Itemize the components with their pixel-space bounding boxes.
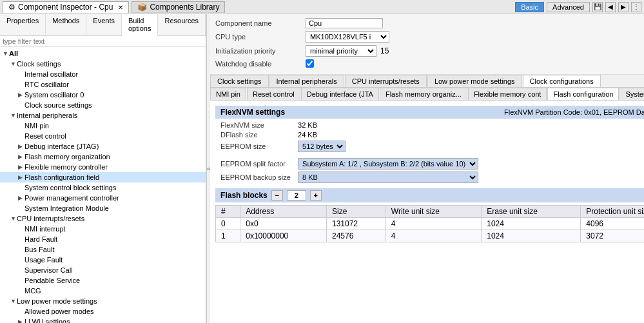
tree-item[interactable]: Usage Fault [0, 255, 206, 265]
tree-item[interactable]: ▶System oscillator 0 [0, 90, 206, 100]
tree-item[interactable]: Pendable Service [0, 275, 206, 286]
main-tab-internal-peripherals[interactable]: Internal peripherals [269, 75, 344, 87]
tree-item[interactable]: ▶Power management controller [0, 193, 206, 203]
advanced-button[interactable]: Advanced [547, 2, 590, 12]
tab-build-options[interactable]: Build options [122, 14, 158, 36]
table-cell: 4096 [581, 218, 644, 230]
tree-item[interactable]: ▶Flexible memory controller [0, 162, 206, 172]
table-cell: 24576 [326, 230, 385, 242]
sub-tab-system-control[interactable]: System control block [620, 88, 644, 100]
table-cell: 1024 [482, 230, 581, 242]
tab-component-inspector[interactable]: ⚙ Component Inspector - Cpu ✕ [3, 1, 129, 13]
dflash-size-row: DFlash size 24 KB [215, 131, 644, 139]
eeprom-size-label: EEPROM size [220, 142, 298, 150]
eeprom-size-row: EEPROM size 512 bytes [215, 141, 644, 152]
tree-item-label: Allowed power modes [24, 308, 94, 315]
eeprom-size-select[interactable]: 512 bytes [298, 141, 346, 152]
eeprom-backup-select[interactable]: 8 KB [298, 171, 478, 183]
tree-item[interactable]: Clock source settings [0, 100, 206, 110]
sub-tab-flexible-memory[interactable]: Flexible memory cont [468, 88, 547, 100]
component-name-input[interactable] [306, 18, 383, 28]
nav-forward-icon[interactable]: ▶ [618, 2, 629, 12]
table-row[interactable]: 00x0131072410244096 [216, 218, 644, 230]
eeprom-backup-label: EEPROM backup size [220, 173, 298, 181]
tree-item[interactable]: ▼CPU interrupts/resets [0, 213, 206, 224]
flash-remove-button[interactable]: − [271, 190, 283, 201]
tree-item[interactable]: RTC oscillator [0, 79, 206, 90]
tree-item[interactable]: ▼All [0, 48, 206, 59]
main-tab-low-power[interactable]: Low power mode settings [427, 75, 522, 87]
main-tab-cpu-interrupts[interactable]: CPU interrupts/resets [345, 75, 427, 87]
tree-item-label: Debug interface (JTAG) [24, 142, 99, 150]
sub-tab-debug-interface[interactable]: Debug interface (JTA [301, 88, 379, 100]
tree-item[interactable]: Bus Fault [0, 244, 206, 255]
tree-item[interactable]: ▼Low power mode settings [0, 296, 206, 306]
tree-item-label: Flash configuration field [24, 173, 99, 181]
eeprom-split-select[interactable]: Subsystem A: 1/2 , Subsystem B: 2/2 (bit… [298, 158, 478, 170]
component-name-label: Component name [215, 19, 306, 27]
component-icon: ⚙ [8, 3, 15, 12]
tree-item[interactable]: System Integration Module [0, 203, 206, 213]
tree-item[interactable]: MCG [0, 286, 206, 296]
tab-components-library[interactable]: 📦 Components Library [132, 1, 225, 13]
save-icon[interactable]: 💾 [592, 2, 603, 12]
tree-item[interactable]: System control block settings [0, 182, 206, 193]
table-cell: 3072 [581, 230, 644, 242]
tab-methods[interactable]: Methods [46, 14, 86, 35]
nav-back-icon[interactable]: ◀ [605, 2, 616, 12]
main-tab-clock-config[interactable]: Clock configurations [523, 75, 601, 87]
flexnvm-size-row: FlexNVM size 32 KB [215, 121, 644, 129]
tree-item[interactable]: ▼Internal peripherals [0, 110, 206, 121]
main-tabs: Clock settings Internal peripherals CPU … [210, 75, 644, 88]
init-priority-select[interactable]: minimal priority [306, 45, 376, 57]
tree-item-label: All [9, 50, 18, 57]
tree-item[interactable]: ▶Debug interface (JTAG) [0, 141, 206, 152]
tree-item[interactable]: ▶Flash memory organization [0, 152, 206, 162]
sub-tab-nmi-pin[interactable]: NMI pin [210, 88, 246, 100]
sub-tab-reset-control[interactable]: Reset control [247, 88, 300, 100]
watchdog-checkbox[interactable] [306, 59, 314, 68]
tree-item-label: Clock source settings [24, 101, 92, 109]
tree-item[interactable]: Supervisor Call [0, 265, 206, 275]
more-options-icon[interactable]: ⋮ [631, 2, 641, 12]
tree-arrow-icon: ▶ [18, 153, 24, 160]
tree-item-label: Internal peripherals [17, 112, 77, 119]
tree-item[interactable]: NMI interrupt [0, 224, 206, 234]
tree-item[interactable]: Hard Fault [0, 234, 206, 244]
tree-item[interactable]: Reset control [0, 131, 206, 141]
tree-item[interactable]: ▶Flash configuration field [0, 172, 206, 182]
tree-item[interactable]: NMI pin [0, 121, 206, 131]
close-icon[interactable]: ✕ [118, 4, 123, 11]
tree-item[interactable]: ▼Clock settings [0, 59, 206, 69]
tree-item-label: Bus Fault [24, 246, 54, 253]
filter-input[interactable] [0, 36, 206, 47]
basic-button[interactable]: Basic [515, 2, 544, 12]
tree-item-label: System control block settings [24, 184, 116, 191]
tree-arrow-icon: ▶ [18, 164, 24, 170]
tree-item-label: MCG [24, 287, 41, 295]
flexnvm-size-value: 32 KB [298, 121, 317, 129]
tree-arrow-icon: ▶ [18, 174, 24, 181]
components-library-label: Components Library [150, 3, 219, 12]
table-row[interactable]: 10x1000000024576410243072 [216, 230, 644, 242]
flexnvm-size-label: FlexNVM size [220, 121, 298, 129]
tab-resources[interactable]: Resources [158, 14, 206, 35]
tree-item[interactable]: Internal oscillator [0, 69, 206, 79]
tree-item[interactable]: Allowed power modes [0, 306, 206, 317]
flash-add-button[interactable]: + [310, 190, 322, 201]
sub-tab-flash-config[interactable]: Flash configuration [547, 88, 619, 100]
sub-tab-flash-memory-org[interactable]: Flash memory organiz... [380, 88, 467, 100]
dflash-size-label: DFlash size [220, 131, 298, 139]
eeprom-split-row: EEPROM split factor Subsystem A: 1/2 , S… [215, 158, 644, 170]
main-tab-clock-settings[interactable]: Clock settings [210, 75, 268, 87]
tree-item-label: Flexible memory controller [24, 163, 108, 171]
tree-item[interactable]: ▶LLWU settings [0, 317, 206, 323]
eeprom-split-label: EEPROM split factor [220, 160, 298, 168]
tab-properties[interactable]: Properties [0, 14, 46, 35]
cpu-type-select[interactable]: MK10DX128VLF5 i [306, 31, 389, 43]
flash-count: 2 [287, 190, 306, 201]
table-cell: 0 [216, 218, 240, 230]
tab-events[interactable]: Events [86, 14, 122, 35]
tree-arrow-icon: ▶ [18, 195, 24, 201]
init-priority-label: Initialization priority [215, 47, 306, 55]
